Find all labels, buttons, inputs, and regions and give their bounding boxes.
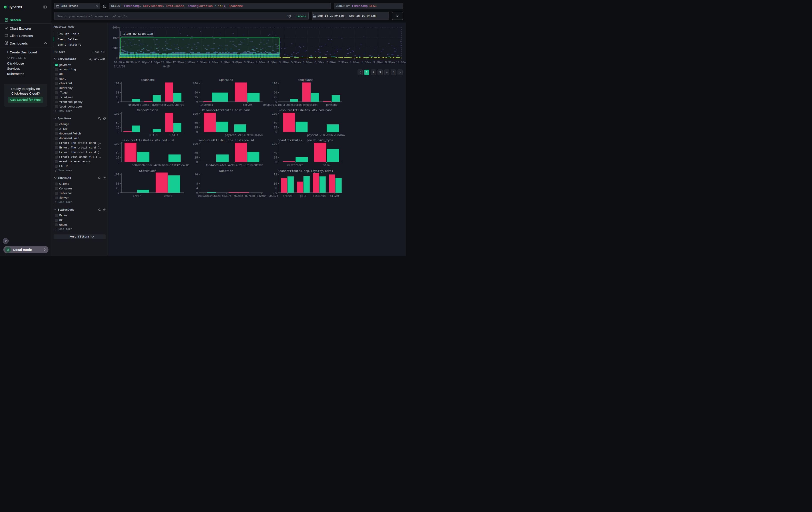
- svg-text:@hyperdx/instrumentation-excep: @hyperdx/instrumentation-exception: [263, 103, 318, 107]
- svg-text:StatusCode: StatusCode: [139, 169, 156, 172]
- svg-text:100: 100: [114, 112, 119, 115]
- svg-text:100: 100: [193, 142, 198, 145]
- svg-text:0: 0: [275, 161, 277, 164]
- svg-text:842654: 842654: [257, 194, 267, 197]
- svg-text:8:00am: 8:00am: [350, 61, 359, 64]
- svg-text:5:30am: 5:30am: [291, 61, 300, 64]
- svg-text:0: 0: [196, 191, 198, 194]
- svg-text:0: 0: [275, 100, 277, 104]
- svg-text:7:30am: 7:30am: [338, 61, 348, 64]
- svg-text:3:00am: 3:00am: [232, 61, 242, 64]
- svg-text:0: 0: [196, 100, 198, 104]
- svg-text:Error: Error: [133, 194, 141, 197]
- svg-text:ResourceAttributes.k8s.pod.nam: ResourceAttributes.k8s.pod.name: [279, 109, 332, 112]
- svg-text:2: 2: [372, 71, 374, 74]
- svg-text:6:00am: 6:00am: [302, 61, 312, 64]
- svg-text:8: 8: [196, 182, 198, 185]
- svg-text:11:30pm: 11:30pm: [149, 61, 160, 64]
- svg-text:50: 50: [116, 91, 119, 95]
- svg-text:9/14/25: 9/14/25: [114, 65, 125, 68]
- svg-text:bronze: bronze: [283, 194, 292, 197]
- svg-text:mastercard: mastercard: [287, 164, 303, 167]
- svg-text:Duration: Duration: [219, 169, 233, 172]
- svg-text:ScopeVersion: ScopeVersion: [137, 109, 158, 112]
- svg-text:4: 4: [196, 187, 198, 190]
- svg-text:0.51.1: 0.51.1: [169, 134, 178, 137]
- svg-text:payment-7985c8969c-mwmw7: payment-7985c8969c-mwmw7: [225, 134, 263, 137]
- svg-text:50: 50: [273, 91, 277, 95]
- svg-text:7:00am: 7:00am: [326, 61, 336, 64]
- svg-text:32: 32: [273, 173, 277, 176]
- svg-text:9:00am: 9:00am: [373, 61, 383, 64]
- svg-text:6:30am: 6:30am: [314, 61, 324, 64]
- svg-text:gold: gold: [300, 194, 306, 197]
- svg-text:4: 4: [386, 71, 387, 74]
- svg-text:11:00pm: 11:00pm: [137, 61, 148, 64]
- svg-text:25: 25: [194, 96, 198, 99]
- svg-text:25: 25: [116, 156, 119, 159]
- svg-text:25: 25: [116, 187, 119, 190]
- svg-text:SpanAttributes.app.loyalty.lev: SpanAttributes.app.loyalty.level: [278, 169, 333, 172]
- svg-text:12:30am: 12:30am: [173, 61, 184, 64]
- svg-text:9:30am: 9:30am: [385, 61, 395, 64]
- svg-text:25: 25: [116, 126, 119, 129]
- svg-text:100: 100: [272, 112, 277, 115]
- svg-text:0: 0: [118, 100, 119, 104]
- svg-text:0: 0: [118, 191, 119, 194]
- svg-text:25: 25: [194, 156, 198, 159]
- svg-text:10:00am: 10:00am: [396, 61, 406, 64]
- svg-text:Internal: Internal: [200, 103, 213, 107]
- svg-text:50: 50: [116, 121, 119, 125]
- svg-text:50: 50: [273, 121, 277, 125]
- svg-text:visa: visa: [323, 164, 330, 167]
- svg-text:3: 3: [379, 71, 381, 74]
- svg-text:50: 50: [194, 91, 198, 95]
- svg-text:grpc.oteldemo.PaymentService/C: grpc.oteldemo.PaymentService/Charge: [128, 103, 184, 107]
- svg-text:0: 0: [116, 57, 118, 60]
- svg-text:3:30am: 3:30am: [244, 61, 254, 64]
- svg-text:0: 0: [196, 161, 198, 164]
- svg-text:1019375: 1019375: [198, 194, 209, 197]
- svg-text:50: 50: [116, 152, 119, 155]
- svg-text:0: 0: [118, 161, 119, 164]
- svg-text:999176: 999176: [268, 194, 278, 197]
- svg-text:payment: payment: [326, 103, 337, 107]
- svg-text:4:30am: 4:30am: [267, 61, 277, 64]
- svg-text:12:00am: 12:00am: [161, 61, 172, 64]
- svg-text:400: 400: [112, 36, 117, 39]
- svg-text:0: 0: [196, 131, 198, 134]
- svg-text:100: 100: [114, 173, 119, 176]
- svg-text:ResourceAttributes.host.name: ResourceAttributes.host.name: [202, 109, 250, 112]
- svg-text:100: 100: [193, 112, 198, 115]
- svg-text:16: 16: [194, 173, 198, 176]
- svg-text:1: 1: [366, 71, 368, 74]
- svg-text:25: 25: [116, 96, 119, 99]
- svg-text:f5344ec9-a1ea-4290-a62a-78f5be: f5344ec9-a1ea-4290-a62a-78f5bee8d90b: [206, 164, 263, 167]
- svg-text:100: 100: [114, 82, 119, 85]
- svg-text:0: 0: [275, 131, 277, 134]
- svg-text:2:30am: 2:30am: [220, 61, 230, 64]
- svg-text:0.1.0: 0.1.0: [149, 134, 157, 137]
- svg-text:5: 5: [393, 71, 394, 74]
- svg-text:8:30am: 8:30am: [361, 61, 371, 64]
- svg-text:50: 50: [273, 152, 277, 155]
- svg-text:583275: 583275: [222, 194, 231, 197]
- svg-text:Unset: Unset: [164, 194, 172, 197]
- svg-text:100: 100: [272, 82, 277, 85]
- svg-text:10:00pm: 10:00pm: [114, 61, 125, 64]
- svg-text:25: 25: [194, 126, 198, 129]
- svg-text:silver: silver: [330, 194, 339, 197]
- svg-text:50: 50: [194, 121, 198, 125]
- svg-text:50: 50: [194, 152, 198, 155]
- svg-text:ResourceAttributes.k8s.pod.uid: ResourceAttributes.k8s.pod.uid: [122, 139, 174, 142]
- svg-text:ResourceAttribu..ice.instance.: ResourceAttribu..ice.instance.id: [198, 139, 254, 142]
- svg-text:10:30pm: 10:30pm: [125, 61, 137, 64]
- svg-text:759085: 759085: [233, 194, 243, 197]
- svg-text:1405128: 1405128: [209, 194, 220, 197]
- svg-text:50: 50: [116, 182, 119, 185]
- svg-text:Server: Server: [242, 103, 252, 107]
- svg-text:100: 100: [114, 142, 119, 145]
- svg-text:Filter by Selection: Filter by Selection: [122, 32, 153, 35]
- svg-text:8: 8: [275, 187, 277, 190]
- svg-text:600: 600: [112, 26, 117, 29]
